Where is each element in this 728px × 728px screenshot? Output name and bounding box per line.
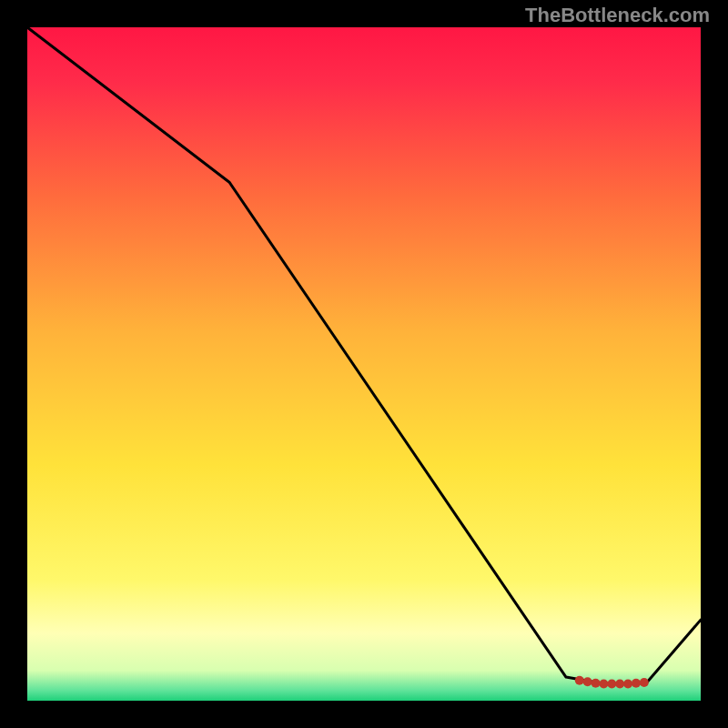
plot-area xyxy=(27,27,701,701)
line-marker xyxy=(607,680,616,689)
line-marker xyxy=(599,680,608,689)
line-marker xyxy=(640,678,649,687)
line-marker xyxy=(615,680,624,689)
line-marker xyxy=(583,677,592,686)
chart-container: TheBottleneck.com xyxy=(0,0,728,728)
watermark-label: TheBottleneck.com xyxy=(525,4,710,27)
chart-svg xyxy=(27,27,701,701)
line-marker xyxy=(632,679,641,688)
line-marker xyxy=(575,676,584,685)
line-marker xyxy=(623,680,632,689)
gradient-background xyxy=(27,27,701,701)
line-marker xyxy=(592,679,601,688)
